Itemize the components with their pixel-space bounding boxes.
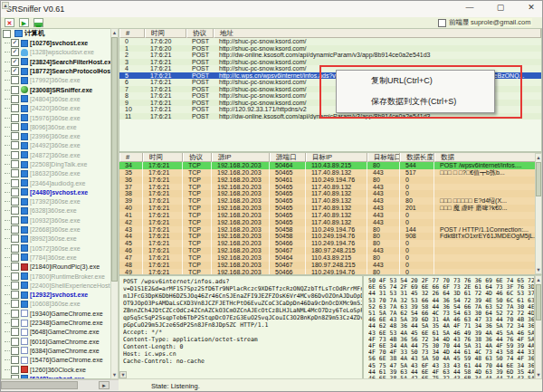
packet-row[interactable]: 42 17:6:21 TCP 192.168.20.203 50465 117.…	[119, 219, 541, 226]
tree-horizontal-scrollbar[interactable]: ►	[1, 379, 119, 390]
process-checkbox[interactable]	[11, 141, 19, 149]
process-checkbox[interactable]	[11, 234, 19, 243]
process-item[interactable]: [24804]360se.exe	[2, 94, 118, 103]
packet-row[interactable]: 34 17:6:21 TCP 192.168.20.203 50464 110.…	[119, 162, 541, 169]
clear-capture-icon[interactable]: ✕	[5, 18, 14, 27]
packet-table-scrollbar[interactable]: ▲ ▼	[535, 153, 542, 274]
process-item[interactable]: [7784]360se.exe	[2, 253, 118, 262]
process-checkbox[interactable]	[11, 291, 19, 299]
process-item[interactable]: [10608]360se.exe	[2, 300, 118, 309]
process-item[interactable]: [22508]DingTalk.exe	[2, 159, 118, 168]
process-checkbox[interactable]	[11, 328, 19, 336]
hex-scroll-thumb[interactable]	[536, 284, 541, 320]
process-item[interactable]: [12932]svchost.exe	[2, 291, 118, 300]
process-checkbox[interactable]	[11, 272, 19, 281]
process-item[interactable]: [22348]GameChrome.exe	[2, 318, 118, 327]
process-checkbox[interactable]	[11, 310, 19, 318]
http-request-row[interactable]: 0 17:6:20 POST http://shuc-pc-snow.ksord…	[119, 38, 541, 45]
process-item[interactable]: [19340]GameChrome.exe	[2, 309, 118, 318]
packet-scroll-thumb[interactable]	[536, 162, 541, 196]
process-item[interactable]: [10932]360se.exe	[2, 215, 118, 225]
scroll-down-icon[interactable]: ▼	[111, 371, 118, 378]
process-checkbox[interactable]	[11, 169, 19, 177]
pkt-col-time[interactable]: 时间	[143, 153, 183, 162]
process-checkbox[interactable]	[11, 104, 19, 112]
process-checkbox[interactable]	[11, 300, 19, 308]
http-request-row[interactable]: 2 17:6:21 POST http://dw-online.ksosoft.…	[119, 52, 541, 59]
process-checkbox[interactable]	[11, 160, 19, 168]
http-col-time[interactable]: 时间	[145, 29, 186, 38]
process-checkbox[interactable]	[11, 48, 19, 56]
start-capture-icon[interactable]: ▶	[19, 18, 29, 27]
process-item[interactable]: [6016]GameChrome.exe	[2, 337, 118, 346]
process-checkbox[interactable]	[11, 253, 19, 262]
process-item[interactable]: [10572]360se.exe	[2, 244, 118, 253]
process-item[interactable]: [22668]360se.exe	[2, 225, 118, 234]
packet-row[interactable]: 45 17:6:21 TCP 192.168.20.203 50466 110.…	[119, 240, 541, 247]
http-scroll-up-icon[interactable]: ▲	[2, 2, 9, 9]
process-item[interactable]: [23464]audiodg.exe	[2, 178, 118, 187]
root-checkbox[interactable]	[3, 30, 11, 38]
process-checkbox[interactable]	[11, 95, 19, 103]
process-checkbox[interactable]	[11, 58, 19, 66]
process-checkbox[interactable]	[11, 114, 19, 122]
scroll-up-icon[interactable]: ▲	[536, 154, 541, 161]
packet-row[interactable]: 35 17:6:21 TCP 192.168.20.203 50465 117.…	[119, 169, 541, 177]
packet-row[interactable]: 39 17:6:21 TCP 192.168.20.203 50465 117.…	[119, 197, 541, 205]
process-checkbox[interactable]	[11, 366, 19, 374]
process-item[interactable]: [21840]iRoundPic(3).exe	[2, 263, 118, 272]
process-item[interactable]: [17800]RuntimeBroker.exe	[2, 272, 118, 281]
packet-row[interactable]: 48 17:6:21 TCP 192.168.20.203 50467 180.…	[119, 262, 541, 269]
pkt-col-index[interactable]: #	[119, 153, 143, 162]
http-col-address[interactable]: 地址	[214, 29, 541, 38]
http-request-row[interactable]: 1 17:6:20 POST http://shuc-pc-snow.ksord…	[119, 45, 541, 53]
process-checkbox[interactable]	[11, 197, 19, 206]
packet-row[interactable]: 37 17:6:21 TCP 192.168.20.203 50465 117.…	[119, 184, 541, 191]
packet-row[interactable]: 44 17:6:21 TCP 192.168.20.203 50458 110.…	[119, 233, 541, 240]
process-checkbox[interactable]	[11, 225, 19, 234]
pkt-col-data[interactable]: 数据	[434, 153, 541, 162]
process-item[interactable]: [8096]360se.exe	[2, 122, 118, 131]
packet-row[interactable]: 36 17:6:21 TCP 192.168.20.203 50461 110.…	[119, 177, 541, 184]
process-checkbox[interactable]	[11, 132, 19, 140]
http-col-protocol[interactable]: 协议	[186, 29, 214, 38]
process-item[interactable]: [24872]360se.exe	[2, 150, 118, 159]
packet-row[interactable]: 38 17:6:21 TCP 192.168.20.203 50465 117.…	[119, 190, 541, 197]
decode-display-checkbox[interactable]	[438, 19, 446, 27]
pkt-col-protocol[interactable]: 协议	[183, 153, 212, 162]
process-item[interactable]: [18772]SearchProtocolHost.	[2, 66, 118, 75]
process-checkbox[interactable]	[11, 76, 19, 84]
process-checkbox[interactable]	[11, 347, 19, 355]
packet-row[interactable]: 40 17:6:21 TCP 192.168.20.203 50465 117.…	[119, 205, 541, 212]
process-item[interactable]: [23008]SRSniffer.exe	[2, 85, 118, 94]
process-item[interactable]: [15476]GameChrome.exe	[2, 356, 118, 365]
process-checkbox[interactable]	[11, 216, 19, 225]
http-col-index[interactable]: #	[119, 29, 145, 38]
process-checkbox[interactable]	[11, 263, 19, 271]
save-capture-icon[interactable]: ▂	[33, 18, 43, 27]
process-item[interactable]: [15976]360se.exe	[2, 113, 118, 122]
process-item[interactable]: [23824]SearchFilterHost.ex	[2, 57, 118, 66]
pkt-col-source-port[interactable]: 源端口	[270, 153, 306, 162]
process-checkbox[interactable]	[11, 67, 19, 75]
process-item[interactable]: [24492]360se.exe	[2, 141, 118, 150]
tree-scroll-thumb[interactable]	[111, 37, 118, 282]
process-checkbox[interactable]	[11, 319, 19, 327]
maximize-button[interactable]: ▢	[495, 3, 506, 12]
scroll-down-icon[interactable]: ▼	[536, 371, 541, 378]
tree-hscroll-thumb[interactable]	[1, 381, 78, 389]
process-item[interactable]: [1328]wpscloudsvr.exe	[2, 48, 118, 57]
pkt-col-dest-ip[interactable]: 目标IP	[306, 153, 367, 162]
detail-scroll-down-icon[interactable]: ▼	[119, 371, 127, 378]
process-checkbox[interactable]	[11, 206, 19, 215]
process-item[interactable]: [1260]360Clock.exe	[2, 365, 118, 374]
tree-root-computer[interactable]: 计算机	[2, 29, 118, 39]
process-checkbox[interactable]	[11, 188, 19, 196]
packet-row[interactable]: 46 17:6:21 TCP 192.168.20.203 50467 180.…	[119, 247, 541, 254]
process-checkbox[interactable]	[11, 86, 19, 94]
process-item[interactable]: [6384]GameChrome.exe	[2, 346, 118, 355]
http-request-row[interactable]: 3 17:6:21 POST http://shuc-pc-snow.ksord…	[119, 59, 541, 66]
process-checkbox[interactable]	[11, 356, 19, 364]
pkt-col-source-ip[interactable]: 源IP	[212, 153, 270, 162]
process-item[interactable]: [8992]360se.exe	[2, 234, 118, 244]
